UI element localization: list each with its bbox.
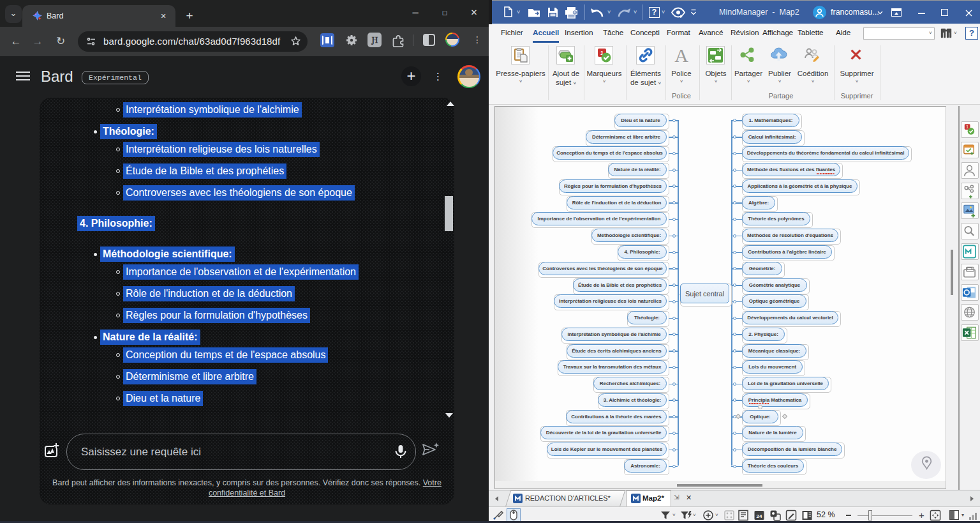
svg-text:A: A [674,46,688,65]
svg-text:24: 24 [757,513,762,519]
svg-text:1: 1 [966,125,969,129]
